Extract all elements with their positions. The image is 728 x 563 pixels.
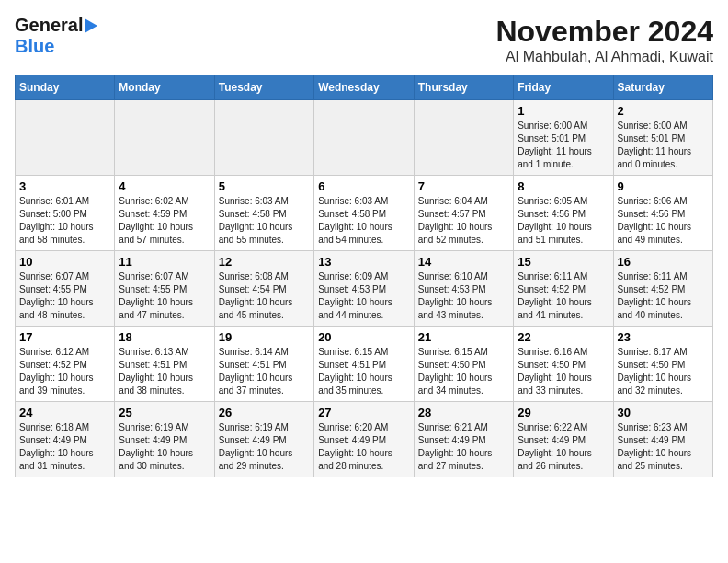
day-number: 24 <box>19 406 110 419</box>
header-cell-wednesday: Wednesday <box>314 75 415 100</box>
week-row-2: 3Sunrise: 6:01 AM Sunset: 5:00 PM Daylig… <box>16 176 713 251</box>
day-number: 18 <box>119 330 210 344</box>
calendar-table: SundayMondayTuesdayWednesdayThursdayFrid… <box>15 75 713 477</box>
page-title: November 2024 <box>495 15 713 49</box>
day-info: Sunrise: 6:23 AM Sunset: 4:49 PM Dayligh… <box>618 421 710 473</box>
day-number: 1 <box>518 104 609 118</box>
header-cell-thursday: Thursday <box>414 75 513 100</box>
logo-arrow-icon <box>85 18 97 33</box>
calendar-cell: 10Sunrise: 6:07 AM Sunset: 4:55 PM Dayli… <box>16 251 115 327</box>
calendar-cell: 24Sunrise: 6:18 AM Sunset: 4:49 PM Dayli… <box>16 402 115 477</box>
logo-blue: Blue <box>15 36 54 56</box>
day-number: 9 <box>618 179 710 193</box>
page-subtitle: Al Mahbulah, Al Ahmadi, Kuwait <box>495 49 713 65</box>
day-number: 26 <box>219 406 310 419</box>
day-info: Sunrise: 6:13 AM Sunset: 4:51 PM Dayligh… <box>119 346 210 397</box>
calendar-cell <box>115 100 214 176</box>
week-row-3: 10Sunrise: 6:07 AM Sunset: 4:55 PM Dayli… <box>16 251 713 327</box>
day-info: Sunrise: 6:11 AM Sunset: 4:52 PM Dayligh… <box>518 270 609 322</box>
calendar-cell: 16Sunrise: 6:11 AM Sunset: 4:52 PM Dayli… <box>613 251 713 327</box>
calendar-cell <box>214 100 313 176</box>
calendar-cell: 30Sunrise: 6:23 AM Sunset: 4:49 PM Dayli… <box>613 402 713 477</box>
day-info: Sunrise: 6:09 AM Sunset: 4:53 PM Dayligh… <box>318 270 410 322</box>
calendar-cell: 12Sunrise: 6:08 AM Sunset: 4:54 PM Dayli… <box>214 251 313 327</box>
day-number: 16 <box>618 255 710 269</box>
calendar-cell: 29Sunrise: 6:22 AM Sunset: 4:49 PM Dayli… <box>514 402 613 477</box>
day-info: Sunrise: 6:19 AM Sunset: 4:49 PM Dayligh… <box>119 421 210 473</box>
day-info: Sunrise: 6:19 AM Sunset: 4:49 PM Dayligh… <box>219 421 310 473</box>
day-number: 30 <box>618 406 710 419</box>
day-info: Sunrise: 6:10 AM Sunset: 4:53 PM Dayligh… <box>418 270 509 322</box>
day-info: Sunrise: 6:01 AM Sunset: 5:00 PM Dayligh… <box>19 195 110 247</box>
day-info: Sunrise: 6:11 AM Sunset: 4:52 PM Dayligh… <box>618 270 710 322</box>
day-number: 2 <box>618 104 710 118</box>
week-row-5: 24Sunrise: 6:18 AM Sunset: 4:49 PM Dayli… <box>16 402 713 477</box>
header-cell-sunday: Sunday <box>16 75 115 100</box>
calendar-cell <box>314 100 415 176</box>
calendar-cell: 7Sunrise: 6:04 AM Sunset: 4:57 PM Daylig… <box>414 176 513 251</box>
header-cell-saturday: Saturday <box>613 75 713 100</box>
calendar-cell: 25Sunrise: 6:19 AM Sunset: 4:49 PM Dayli… <box>115 402 214 477</box>
day-number: 29 <box>518 406 609 419</box>
logo: General Blue <box>15 15 97 57</box>
week-row-4: 17Sunrise: 6:12 AM Sunset: 4:52 PM Dayli… <box>16 327 713 402</box>
day-number: 5 <box>219 179 310 193</box>
header-row: SundayMondayTuesdayWednesdayThursdayFrid… <box>16 75 713 100</box>
day-number: 6 <box>318 179 410 193</box>
day-number: 8 <box>518 179 609 193</box>
day-info: Sunrise: 6:06 AM Sunset: 4:56 PM Dayligh… <box>618 195 710 247</box>
day-number: 23 <box>618 330 710 344</box>
day-info: Sunrise: 6:18 AM Sunset: 4:49 PM Dayligh… <box>19 421 110 473</box>
day-number: 13 <box>318 255 410 269</box>
day-info: Sunrise: 6:02 AM Sunset: 4:59 PM Dayligh… <box>119 195 210 247</box>
day-info: Sunrise: 6:08 AM Sunset: 4:54 PM Dayligh… <box>219 270 310 322</box>
header: General Blue November 2024 Al Mahbulah, … <box>15 15 713 65</box>
header-cell-tuesday: Tuesday <box>214 75 313 100</box>
calendar-cell: 27Sunrise: 6:20 AM Sunset: 4:49 PM Dayli… <box>314 402 415 477</box>
calendar-cell: 2Sunrise: 6:00 AM Sunset: 5:01 PM Daylig… <box>613 100 713 176</box>
calendar-cell: 5Sunrise: 6:03 AM Sunset: 4:58 PM Daylig… <box>214 176 313 251</box>
day-info: Sunrise: 6:07 AM Sunset: 4:55 PM Dayligh… <box>19 270 110 322</box>
header-cell-friday: Friday <box>514 75 613 100</box>
day-info: Sunrise: 6:00 AM Sunset: 5:01 PM Dayligh… <box>518 120 609 171</box>
day-info: Sunrise: 6:12 AM Sunset: 4:52 PM Dayligh… <box>19 346 110 397</box>
calendar-cell: 11Sunrise: 6:07 AM Sunset: 4:55 PM Dayli… <box>115 251 214 327</box>
day-number: 27 <box>318 406 410 419</box>
calendar-cell: 3Sunrise: 6:01 AM Sunset: 5:00 PM Daylig… <box>16 176 115 251</box>
week-row-1: 1Sunrise: 6:00 AM Sunset: 5:01 PM Daylig… <box>16 100 713 176</box>
calendar-cell: 4Sunrise: 6:02 AM Sunset: 4:59 PM Daylig… <box>115 176 214 251</box>
day-number: 14 <box>418 255 509 269</box>
day-info: Sunrise: 6:15 AM Sunset: 4:50 PM Dayligh… <box>418 346 509 397</box>
calendar-cell: 26Sunrise: 6:19 AM Sunset: 4:49 PM Dayli… <box>214 402 313 477</box>
calendar-cell: 18Sunrise: 6:13 AM Sunset: 4:51 PM Dayli… <box>115 327 214 402</box>
calendar-cell: 19Sunrise: 6:14 AM Sunset: 4:51 PM Dayli… <box>214 327 313 402</box>
day-info: Sunrise: 6:21 AM Sunset: 4:49 PM Dayligh… <box>418 421 509 473</box>
calendar-cell <box>414 100 513 176</box>
calendar-cell: 23Sunrise: 6:17 AM Sunset: 4:50 PM Dayli… <box>613 327 713 402</box>
calendar-cell: 9Sunrise: 6:06 AM Sunset: 4:56 PM Daylig… <box>613 176 713 251</box>
calendar-cell: 22Sunrise: 6:16 AM Sunset: 4:50 PM Dayli… <box>514 327 613 402</box>
title-area: November 2024 Al Mahbulah, Al Ahmadi, Ku… <box>495 15 713 65</box>
calendar-cell: 28Sunrise: 6:21 AM Sunset: 4:49 PM Dayli… <box>414 402 513 477</box>
day-number: 15 <box>518 255 609 269</box>
day-info: Sunrise: 6:22 AM Sunset: 4:49 PM Dayligh… <box>518 421 609 473</box>
calendar-cell: 6Sunrise: 6:03 AM Sunset: 4:58 PM Daylig… <box>314 176 415 251</box>
day-number: 25 <box>119 406 210 419</box>
day-info: Sunrise: 6:15 AM Sunset: 4:51 PM Dayligh… <box>318 346 410 397</box>
day-number: 10 <box>19 255 110 269</box>
logo-general: General <box>15 15 83 36</box>
day-number: 3 <box>19 179 110 193</box>
calendar-cell: 1Sunrise: 6:00 AM Sunset: 5:01 PM Daylig… <box>514 100 613 176</box>
day-number: 17 <box>19 330 110 344</box>
day-info: Sunrise: 6:03 AM Sunset: 4:58 PM Dayligh… <box>318 195 410 247</box>
day-number: 28 <box>418 406 509 419</box>
day-info: Sunrise: 6:17 AM Sunset: 4:50 PM Dayligh… <box>618 346 710 397</box>
calendar-header: SundayMondayTuesdayWednesdayThursdayFrid… <box>16 75 713 100</box>
calendar-cell: 14Sunrise: 6:10 AM Sunset: 4:53 PM Dayli… <box>414 251 513 327</box>
day-info: Sunrise: 6:04 AM Sunset: 4:57 PM Dayligh… <box>418 195 509 247</box>
calendar-cell: 21Sunrise: 6:15 AM Sunset: 4:50 PM Dayli… <box>414 327 513 402</box>
calendar-cell: 15Sunrise: 6:11 AM Sunset: 4:52 PM Dayli… <box>514 251 613 327</box>
calendar-cell: 8Sunrise: 6:05 AM Sunset: 4:56 PM Daylig… <box>514 176 613 251</box>
day-number: 12 <box>219 255 310 269</box>
day-number: 4 <box>119 179 210 193</box>
